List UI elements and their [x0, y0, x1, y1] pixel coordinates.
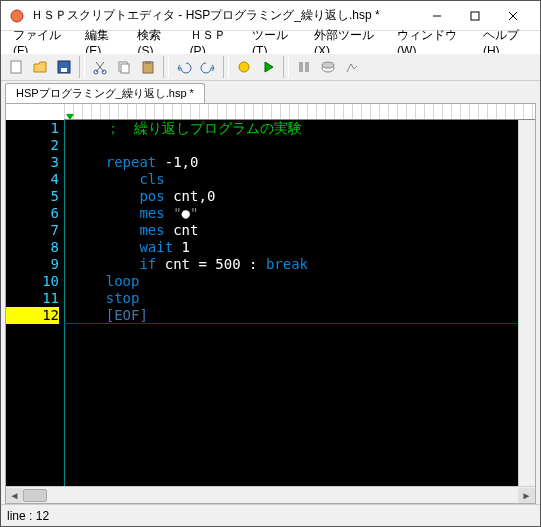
code-func: wait	[139, 239, 173, 255]
new-button[interactable]	[5, 56, 27, 78]
code-string: "	[190, 205, 198, 221]
code-comment: ； 繰り返しプログラムの実験	[106, 120, 302, 136]
file-tab[interactable]: HSPプログラミング_繰り返し.hsp *	[5, 83, 205, 103]
horizontal-scrollbar[interactable]: ◄ ►	[6, 486, 535, 503]
code-keyword: if	[139, 256, 156, 272]
open-button[interactable]	[29, 56, 51, 78]
line-number: 10	[6, 273, 59, 290]
line-number: 9	[6, 256, 59, 273]
scroll-left-button[interactable]: ◄	[6, 488, 23, 503]
menubar: ファイル(F) 編集(E) 検索(S) ＨＳＰ(P) ツール(T) 外部ツール(…	[1, 31, 540, 53]
redo-button[interactable]	[197, 56, 219, 78]
code-func: pos	[139, 188, 164, 204]
tab-strip: HSPプログラミング_繰り返し.hsp *	[1, 81, 540, 103]
svg-rect-5	[11, 61, 21, 73]
scroll-right-button[interactable]: ►	[518, 488, 535, 503]
line-number: 4	[6, 171, 59, 188]
line-number: 3	[6, 154, 59, 171]
tool2-button[interactable]	[317, 56, 339, 78]
line-number: 5	[6, 188, 59, 205]
code-func: cls	[139, 171, 164, 187]
code-string: "	[165, 205, 182, 221]
code-text: cnt = 500 :	[156, 256, 266, 272]
code-keyword: break	[266, 256, 308, 272]
scroll-thumb[interactable]	[23, 489, 47, 502]
code-func: mes	[139, 205, 164, 221]
run-button[interactable]	[233, 56, 255, 78]
code-eof: [EOF]	[106, 307, 148, 323]
code-area[interactable]: ； 繰り返しプログラムの実験 repeat -1,0 cls pos cnt,0…	[64, 120, 535, 486]
svg-rect-13	[145, 61, 151, 64]
line-number: 8	[6, 239, 59, 256]
line-number: 2	[6, 137, 59, 154]
line-number: 11	[6, 290, 59, 307]
svg-rect-7	[61, 68, 67, 72]
toolbar	[1, 53, 540, 81]
line-number: 7	[6, 222, 59, 239]
compile-button[interactable]	[257, 56, 279, 78]
svg-point-19	[322, 62, 334, 68]
tool3-button[interactable]	[341, 56, 363, 78]
code-text: 1	[173, 239, 190, 255]
code-keyword: stop	[106, 290, 140, 306]
svg-rect-11	[121, 64, 129, 73]
code-keyword: repeat	[106, 154, 157, 170]
svg-rect-17	[305, 62, 309, 72]
paste-button[interactable]	[137, 56, 159, 78]
window-title: ＨＳＰスクリプトエディタ - HSPプログラミング_繰り返し.hsp *	[31, 7, 418, 24]
code-text: cnt	[165, 222, 199, 238]
code-bullet: ●	[182, 205, 190, 221]
eof-rule	[64, 323, 535, 324]
save-button[interactable]	[53, 56, 75, 78]
line-number-current: 12	[6, 307, 59, 324]
svg-rect-2	[471, 12, 479, 20]
copy-button[interactable]	[113, 56, 135, 78]
code-line	[72, 137, 535, 154]
undo-button[interactable]	[173, 56, 195, 78]
svg-point-0	[11, 10, 23, 22]
code-text: cnt,0	[165, 188, 216, 204]
editor: 1 2 3 4 5 6 7 8 9 10 11 12 ； 繰り返しプログラムの実…	[5, 103, 536, 504]
edge-line	[64, 120, 65, 486]
app-icon	[9, 8, 25, 24]
status-bar: line : 12	[1, 504, 540, 526]
line-number: 1	[6, 120, 59, 137]
code-keyword: loop	[106, 273, 140, 289]
code-text: -1,0	[156, 154, 198, 170]
line-number: 6	[6, 205, 59, 222]
tool1-button[interactable]	[293, 56, 315, 78]
svg-rect-16	[299, 62, 303, 72]
svg-marker-15	[265, 62, 273, 72]
line-gutter: 1 2 3 4 5 6 7 8 9 10 11 12	[6, 120, 64, 486]
svg-point-14	[239, 62, 249, 72]
cut-button[interactable]	[89, 56, 111, 78]
ruler	[64, 104, 535, 120]
code-func: mes	[139, 222, 164, 238]
vertical-scrollbar[interactable]	[518, 120, 535, 486]
status-line-value: 12	[36, 509, 49, 523]
status-line-label: line :	[7, 509, 32, 523]
